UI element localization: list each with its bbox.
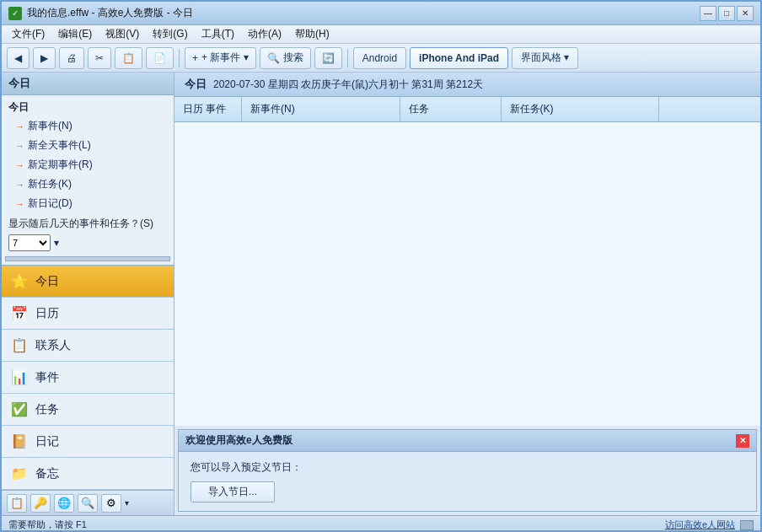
welcome-panel-header: 欢迎使用高效e人免费版 ✕ [179, 430, 756, 452]
cut-button[interactable]: ✂ [88, 47, 111, 69]
table-col-task: 任务 [400, 97, 502, 121]
sidebar-item-tasks-label: 任务 [35, 402, 59, 417]
sidebar-item-calendar[interactable]: 📅 日历 [2, 298, 174, 330]
new-event-label: + 新事件 ▾ [201, 51, 249, 65]
show-days-label: 显示随后几天的事件和任务？(S) [8, 217, 167, 231]
bottom-search-icon: 🔍 [81, 497, 94, 509]
android-label: Android [362, 52, 397, 64]
new-event-button[interactable]: + + 新事件 ▾ [185, 47, 256, 69]
menu-file[interactable]: 文件(F) [5, 25, 51, 43]
tasks-icon: ✅ [10, 400, 29, 419]
forward-button[interactable]: ▶ [33, 47, 56, 69]
list-item-new-recurring[interactable]: → 新定期事件(R) [2, 155, 174, 175]
sidebar-list: 今日 → 新事件(N) → 新全天事件(L) → 新定期事件(R) → 新任务(… [2, 95, 174, 265]
sidebar-list-header: 今日 [2, 99, 174, 116]
back-button[interactable]: ◀ [7, 47, 30, 69]
android-tab[interactable]: Android [353, 47, 406, 69]
close-button[interactable]: ✕ [737, 6, 754, 21]
content-date-info: 2020-07-30 星期四 农历庚子年(鼠)六月初十 第31周 第212天 [213, 78, 483, 92]
sidebar-item-today-label: 今日 [35, 274, 59, 289]
sidebar-item-diary[interactable]: 📔 日记 [2, 426, 174, 458]
bottom-web-icon: 🌐 [57, 497, 71, 509]
list-item-new-all-day[interactable]: → 新全天事件(L) [2, 136, 174, 155]
refresh-icon: 🔄 [322, 52, 335, 64]
bottom-btn-more[interactable]: ⚙ [101, 494, 121, 513]
scrollbar-area: ...... [5, 256, 170, 261]
menu-edit[interactable]: 编辑(E) [51, 25, 99, 43]
show-days-dropdown-icon: ▾ [54, 237, 59, 249]
sidebar-bottom-toolbar: 📋 🔑 🌐 🔍 ⚙ ▾ [2, 490, 174, 515]
main-layout: 今日 今日 → 新事件(N) → 新全天事件(L) → 新定期事件(R) → 新… [2, 73, 760, 515]
list-item-label-3: 新任务(K) [28, 177, 72, 191]
minimize-button[interactable]: — [700, 6, 716, 21]
maximize-button[interactable]: □ [718, 6, 735, 21]
menu-bar: 文件(F) 编辑(E) 视图(V) 转到(G) 工具(T) 动作(A) 帮助(H… [2, 25, 760, 44]
list-item-label-4: 新日记(D) [28, 196, 72, 211]
toolbar: ◀ ▶ 🖨 ✂ 📋 📄 + + 新事件 ▾ 🔍 搜索 🔄 Android iPh… [2, 44, 760, 73]
iphone-tab[interactable]: iPhone And iPad [410, 47, 508, 69]
content-area: 今日 2020-07-30 星期四 农历庚子年(鼠)六月初十 第31周 第212… [174, 73, 760, 515]
list-item-new-event[interactable]: → 新事件(N) [2, 116, 174, 136]
contacts-icon: 📋 [10, 336, 29, 355]
table-col-new-event[interactable]: 新事件(N) [242, 97, 400, 121]
menu-actions[interactable]: 动作(A) [241, 25, 288, 43]
iphone-label: iPhone And iPad [419, 52, 499, 64]
sidebar-item-contacts[interactable]: 📋 联系人 [2, 330, 174, 362]
status-help-text: 需要帮助，请按 F1 [8, 519, 87, 531]
style-tab[interactable]: 界面风格 ▾ [512, 47, 578, 69]
refresh-button[interactable]: 🔄 [314, 47, 342, 69]
bottom-key-icon: 🔑 [34, 497, 47, 509]
separator-1 [179, 49, 180, 67]
menu-goto[interactable]: 转到(G) [146, 25, 194, 43]
table-col-new-task[interactable]: 新任务(K) [502, 97, 660, 121]
sidebar-item-today[interactable]: ⭐ 今日 [2, 266, 174, 298]
list-item-label-2: 新定期事件(R) [28, 158, 93, 172]
search-button[interactable]: 🔍 搜索 [260, 47, 311, 69]
table-col-cal-event: 日历 事件 [174, 97, 242, 121]
cut-icon: ✂ [95, 52, 104, 64]
list-item-label-1: 新全天事件(L) [28, 138, 91, 153]
bottom-btn-key[interactable]: 🔑 [30, 494, 51, 513]
paste-icon: 📄 [153, 52, 166, 64]
status-link[interactable]: 访问高效e人网站 [665, 519, 735, 531]
app-icon: ✓ [8, 7, 22, 20]
content-date-label: 今日 [185, 77, 207, 92]
memo-icon: 📁 [10, 465, 29, 483]
window-controls: — □ ✕ [700, 6, 754, 21]
title-bar-text: 我的信息.effw - 高效e人免费版 - 今日 [27, 6, 700, 20]
sidebar-item-calendar-label: 日历 [35, 306, 59, 321]
search-icon: 🔍 [267, 52, 280, 64]
bottom-dropdown-arrow: ▾ [125, 498, 129, 508]
style-label: 界面风格 ▾ [521, 51, 569, 65]
sidebar-item-tasks[interactable]: ✅ 任务 [2, 394, 174, 426]
bottom-btn-search[interactable]: 🔍 [78, 494, 98, 513]
welcome-panel: 欢迎使用高效e人免费版 ✕ 您可以导入预定义节日： 导入节日... [178, 429, 757, 512]
title-bar: ✓ 我的信息.effw - 高效e人免费版 - 今日 — □ ✕ [2, 2, 760, 25]
diary-icon: 📔 [10, 433, 29, 451]
sidebar-item-memo[interactable]: 📁 备忘 [2, 458, 174, 490]
menu-help[interactable]: 帮助(H) [288, 25, 336, 43]
show-days-select[interactable]: 7 1 2 3 5 10 14 [8, 234, 51, 251]
copy-button[interactable]: 📋 [115, 47, 142, 69]
status-indicator [740, 520, 754, 530]
menu-tools[interactable]: 工具(T) [195, 25, 241, 43]
bottom-btn-copy[interactable]: 📋 [7, 494, 27, 513]
list-item-new-task[interactable]: → 新任务(K) [2, 175, 174, 194]
show-days-container: 显示随后几天的事件和任务？(S) 7 1 2 3 5 10 14 ▾ [2, 213, 174, 255]
table-header: 日历 事件 新事件(N) 任务 新任务(K) [174, 97, 760, 122]
menu-view[interactable]: 视图(V) [99, 25, 146, 43]
sidebar-header: 今日 [2, 73, 174, 95]
bottom-copy-icon: 📋 [10, 497, 24, 509]
paste-button[interactable]: 📄 [146, 47, 174, 69]
welcome-close-button[interactable]: ✕ [736, 434, 749, 448]
table-col-extra [659, 97, 760, 121]
print-button[interactable]: 🖨 [59, 47, 84, 69]
bottom-btn-web[interactable]: 🌐 [54, 494, 74, 513]
table-body [174, 122, 760, 426]
sidebar-item-events[interactable]: 📊 事件 [2, 362, 174, 394]
content-table-area: 日历 事件 新事件(N) 任务 新任务(K) [174, 97, 760, 426]
arrow-icon-4: → [15, 199, 24, 209]
import-button[interactable]: 导入节日... [190, 481, 275, 502]
bottom-more-icon: ⚙ [106, 497, 116, 509]
list-item-new-diary[interactable]: → 新日记(D) [2, 194, 174, 213]
